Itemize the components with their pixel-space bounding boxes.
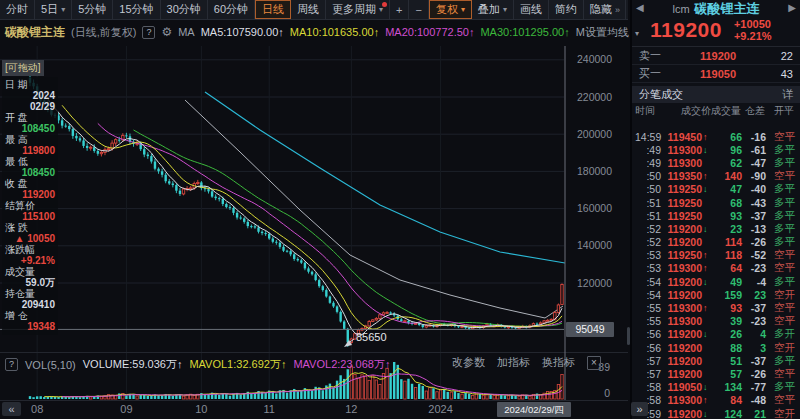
info-value: 108450 — [5, 123, 55, 134]
tick-row: :49119300↓96-61多平 — [632, 143, 800, 156]
drag-hint-label: [可拖动] — [2, 60, 44, 76]
info-label: 增 仓 — [5, 310, 55, 321]
panel-divider-handle[interactable] — [627, 327, 630, 345]
svg-text:220000: 220000 — [577, 91, 612, 103]
next-contract-icon[interactable]: ▶ — [788, 2, 796, 13]
ohlc-info-panel[interactable]: [可拖动] 日 期202402/29开 盘108450最 高119800最 低1… — [2, 57, 58, 335]
ma30-value: MA30:101295.00↑ — [480, 26, 569, 38]
tick-details-button[interactable]: 详 — [782, 87, 793, 102]
close-indicator-icon[interactable]: × — [587, 356, 601, 370]
svg-text:200000: 200000 — [577, 128, 612, 140]
mavol2-value: MAVOL2:23.068万↑ — [293, 357, 390, 372]
svg-text:240000: 240000 — [577, 53, 612, 65]
tick-row: :52119200↓23-13多平 — [632, 222, 800, 235]
svg-text:160000: 160000 — [577, 202, 612, 214]
tick-row: :50119250↓47-40多平 — [632, 183, 800, 196]
bid-row[interactable]: 买一 119050 43 — [632, 65, 800, 83]
tick-row: :5111925068-43多平 — [632, 196, 800, 209]
vol-indicator-name: VOL(5,10) — [25, 359, 76, 371]
tick-row: :5111925093-37多平 — [632, 209, 800, 222]
info-label: 最 低 — [5, 156, 55, 167]
svg-text:08: 08 — [31, 403, 43, 415]
tick-row: :55119300↑93-37空平 — [632, 301, 800, 314]
tick-row: :56119200↓264多开 — [632, 328, 800, 341]
info-label: 涨跌幅 — [5, 244, 55, 255]
svg-text:11: 11 — [264, 403, 275, 415]
tick-table: 14:59119450↑66-16空平:49119300↓96-61多平:491… — [632, 130, 800, 419]
expand-right-icon[interactable]: » — [631, 402, 648, 416]
tick-row: :58119050↓134-77多平 — [632, 381, 800, 394]
info-value: 115100 — [5, 211, 55, 222]
change-params-button[interactable]: 改参数 — [452, 355, 485, 370]
quote-sidebar: ◀ lcm 碳酸锂主连 ▶ 119200 +10050 +9.21% 卖一 11… — [630, 0, 800, 419]
info-value: 119200 — [5, 189, 55, 200]
tick-row: :5711920051-37多平 — [632, 354, 800, 367]
tick-table-header: 时间成交价成交量仓差开平 — [632, 103, 800, 118]
tick-row: :54119200↓49-4多平 — [632, 275, 800, 288]
info-label: 成交量 — [5, 266, 55, 277]
ma20-value: MA20:100772.50↑ — [385, 26, 474, 38]
tick-col-2: 成交价 — [661, 104, 711, 118]
bid-price: 119050 — [669, 68, 767, 80]
info-label: 开 盘 — [5, 112, 55, 123]
gear-icon[interactable]: ⚙ — [161, 25, 172, 39]
switch-indicator-button[interactable]: 换指标 — [542, 355, 575, 370]
vol-help-icon[interactable]: ? — [5, 358, 18, 371]
ask-volume: 22 — [767, 50, 793, 62]
tick-row: :53119250↑118-52空平 — [632, 249, 800, 262]
add-indicator-button[interactable]: 加指标 — [497, 355, 530, 370]
info-label: 涨 跌 — [5, 222, 55, 233]
tick-col-1: 时间 — [635, 104, 661, 118]
tick-row: :58119300↑84-48空平 — [632, 394, 800, 407]
prev-contract-icon[interactable]: ◀ — [636, 2, 644, 13]
volume-value: VOLUME:59.036万↑ — [83, 357, 183, 372]
tick-row: :5711920057-26空平 — [632, 367, 800, 380]
collapse-left-icon[interactable]: « — [2, 402, 21, 416]
tick-row: :5511930039-23空平 — [632, 315, 800, 328]
tick-row: :50119350↑140-90空平 — [632, 170, 800, 183]
ma-settings-button[interactable]: M设置均线 ▾ — [576, 25, 639, 40]
ma-group-label: MA — [178, 26, 195, 38]
info-value: +9.21% — [5, 255, 55, 266]
svg-text:95049: 95049 — [575, 323, 604, 335]
svg-text:0: 0 — [604, 387, 610, 399]
info-label: 结算价 — [5, 200, 55, 211]
help-icon[interactable]: ? — [142, 26, 155, 39]
info-value: ▲ 10050 — [5, 233, 55, 244]
contract-code: lcm — [672, 3, 689, 15]
tick-row: :56119200883空开 — [632, 341, 800, 354]
info-value: 2024 — [5, 90, 55, 101]
sidebar-header: ◀ lcm 碳酸锂主连 ▶ — [632, 0, 800, 17]
svg-text:2024/02/29/四: 2024/02/29/四 — [504, 404, 564, 415]
info-label: 持仓量 — [5, 288, 55, 299]
info-label: 最 高 — [5, 134, 55, 145]
last-price: 119200 — [650, 18, 722, 42]
svg-text:10: 10 — [195, 403, 207, 415]
tick-row: :53119300↑64-23空平 — [632, 262, 800, 275]
last-price-block: 119200 +10050 +9.21% — [632, 17, 800, 47]
svg-text:140000: 140000 — [577, 239, 612, 251]
svg-text:12: 12 — [345, 403, 357, 415]
tick-row: 14:59119450↑66-16空平 — [632, 130, 800, 143]
price-change: +10050 +9.21% — [734, 18, 772, 42]
indicator-buttons: 改参数 加指标 换指标 × — [452, 355, 601, 370]
svg-text:09: 09 — [120, 403, 132, 415]
tick-row: :59119200↓12421空开 — [632, 407, 800, 419]
mavol1-value: MAVOL1:32.692万↑ — [189, 357, 286, 372]
svg-text:85650: 85650 — [356, 331, 387, 343]
info-label: 日 期 — [5, 79, 55, 90]
info-value: 119800 — [5, 145, 55, 156]
tick-trades-title-bar: 分笔成交 详 — [632, 86, 800, 103]
info-value: 209410 — [5, 299, 55, 310]
ask-row[interactable]: 卖一 119200 22 — [632, 47, 800, 65]
tick-col-4: 仓差 — [741, 104, 765, 118]
ma5-value: MA5:107590.00↑ — [201, 26, 284, 38]
info-value: 02/29 — [5, 101, 55, 112]
ma-info-bar: 碳酸锂主连 (日线,前复权) ? ⚙ MA MA5:107590.00↑ MA1… — [0, 20, 633, 44]
tick-row: :52119200114-26多平 — [632, 236, 800, 249]
tick-col-5: 开平 — [765, 104, 794, 118]
bid-volume: 43 — [767, 68, 793, 80]
tick-row: :5411920015923空开 — [632, 288, 800, 301]
ma10-value: MA10:101635.00↑ — [290, 26, 379, 38]
tick-row: :4911930062-47多平 — [632, 156, 800, 169]
